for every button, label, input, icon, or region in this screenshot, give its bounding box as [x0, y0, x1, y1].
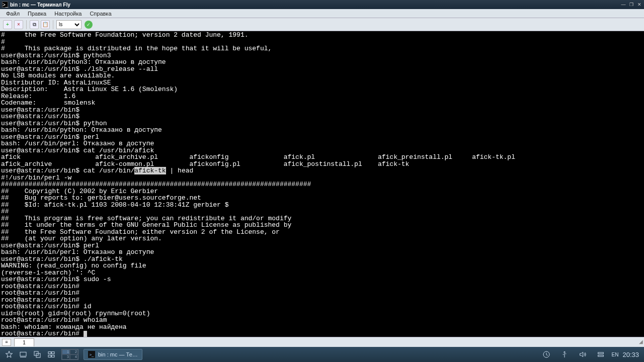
toolbar-separator [26, 20, 27, 29]
workspace-1[interactable]: 1 [62, 349, 70, 354]
taskbar-task-label: bin : mc — Те… [98, 351, 138, 357]
terminal-line: ## $Id: afick-tk.pl 1103 2008-04-10 12:3… [1, 202, 643, 209]
terminal-line: afick_archive afick-common.pl afickonfig… [1, 161, 643, 168]
menubar: Файл Правка Настройка Справка [0, 9, 644, 18]
workspace-2[interactable]: 2 [70, 349, 78, 354]
usb-icon[interactable] [559, 349, 570, 359]
terminal-line: bash: /usr/bin/python: Отказано в доступ… [1, 127, 643, 134]
terminal-line: user@astra:/usr/bin$ ./afick-tk [1, 256, 643, 263]
terminal-icon: >_ [88, 351, 95, 358]
terminal-line: bash: whoiam: команда не найдена [1, 324, 643, 331]
menu-edit[interactable]: Правка [24, 10, 50, 18]
new-connection-button[interactable]: + [3, 20, 12, 29]
menu-file[interactable]: Файл [2, 10, 24, 18]
terminal-line: Codename: smolensk [1, 100, 643, 107]
network-icon[interactable] [596, 349, 606, 359]
cursor [84, 331, 87, 337]
svg-rect-3 [48, 352, 51, 354]
window-switcher-button[interactable] [32, 349, 42, 359]
terminal-line: user@astra:/usr/bin$ cat /usr/bin/afick [1, 147, 643, 154]
terminal-tab-1[interactable]: 1 [14, 338, 34, 346]
terminal-line: bash: /usr/bin/perl: Отказано в доступе [1, 249, 643, 256]
terminal-line: ## Copyright (C) 2002 by Eric Gerbier [1, 188, 643, 195]
terminal-line: root@astra:/usr/bin# [1, 297, 643, 304]
system-tray: EN 20:33 [539, 349, 639, 359]
terminal-line: root@astra:/usr/bin# id [1, 303, 643, 310]
svg-rect-0 [20, 352, 26, 356]
maximize-button[interactable]: ❐ [629, 2, 634, 7]
paste-button[interactable]: 📋 [41, 20, 50, 29]
terminal-line: # This package is distributed in the hop… [1, 45, 643, 52]
svg-rect-9 [598, 355, 603, 356]
terminal-line: root@astra:/usr/bin# [1, 283, 643, 290]
file-manager-button[interactable] [46, 349, 56, 359]
window-title: bin : mc — Терминал Fly [10, 2, 621, 8]
terminal-line: ## Bug reports to: gerbier@users.sourcef… [1, 195, 643, 202]
close-button[interactable]: ✕ [637, 2, 642, 7]
disconnect-button[interactable]: × [14, 20, 23, 29]
terminal-line: # [1, 39, 643, 46]
minimize-button[interactable]: — [621, 2, 626, 7]
terminal-line: user@astra:/usr/bin$ cat /usr/bin/afick-… [1, 167, 643, 174]
copy-button[interactable]: ⧉ [30, 20, 39, 29]
toolbar: + × ⧉ 📋 ls ✓ [0, 18, 644, 31]
status-indicator-icon: ≡ [2, 339, 11, 346]
terminal-line: WARNING: (read_config) no config file [1, 262, 643, 269]
terminal-line: ########################################… [1, 181, 643, 188]
terminal-line: No LSB modules are available. [1, 72, 643, 79]
terminal-line: root@astra:/usr/bin# [1, 290, 643, 297]
terminal-line: ## This program is free software; you ca… [1, 215, 643, 222]
statusbar: ≡ 1 ◢ [0, 337, 644, 347]
terminal-line: ## [1, 208, 643, 215]
workspace-3[interactable]: 3 [62, 354, 70, 359]
terminal-line: user@astra:/usr/bin$ ./lsb_release --all [1, 66, 643, 73]
terminal-line: Description: Astra Linux SE 1.6 (Smolens… [1, 86, 643, 93]
terminal-line: user@astra:/usr/bin$ perl [1, 134, 643, 141]
volume-icon[interactable] [578, 349, 588, 359]
terminal-line: user@astra:/usr/bin$ [1, 107, 643, 114]
terminal-line: #!/usr/bin/perl -w [1, 174, 643, 182]
terminal-line: ## it under the terms of the GNU General… [1, 222, 643, 229]
terminal-line: bash: /usr/bin/python3: Отказано в досту… [1, 59, 643, 66]
terminal-line: ## the Free Software Foundation; either … [1, 229, 643, 236]
keyboard-layout-indicator[interactable]: EN [612, 352, 619, 357]
svg-rect-4 [52, 352, 54, 354]
terminal-line: user@astra:/usr/bin$ python [1, 120, 643, 127]
show-desktop-button[interactable] [18, 349, 28, 359]
resize-grip-icon: ◢ [636, 339, 643, 346]
terminal-output[interactable]: # the Free Software Foundation; version … [0, 31, 644, 337]
run-button[interactable]: ✓ [85, 21, 93, 29]
terminal-line: afick afick_archive.pl afickonfig afick.… [1, 154, 643, 161]
svg-rect-8 [598, 352, 603, 354]
updates-icon[interactable] [541, 349, 551, 359]
svg-rect-5 [48, 355, 51, 357]
terminal-line: bash: /usr/bin/perl: Отказано в доступе [1, 140, 643, 147]
terminal-line: Distributor ID: AstraLinuxSE [1, 79, 643, 86]
terminal-line: Release: 1.6 [1, 93, 643, 100]
terminal-line: user@astra:/usr/bin$ perl [1, 242, 643, 249]
highlighted-text: afick-tk [134, 167, 166, 174]
terminal-line: root@astra:/usr/bin# [1, 330, 643, 337]
workspace-pager[interactable]: 1 2 3 4 [61, 349, 78, 360]
workspace-4[interactable]: 4 [70, 354, 78, 359]
start-menu-button[interactable] [4, 349, 14, 359]
toolbar-separator [53, 20, 53, 29]
menu-settings[interactable]: Настройка [50, 10, 86, 18]
menu-help[interactable]: Справка [86, 10, 115, 18]
terminal-line: uid=0(root) gid=0(root) группы=0(root) [1, 310, 643, 317]
clock[interactable]: 20:33 [622, 351, 639, 358]
terminal-line: root@astra:/usr/bin# whoiam [1, 317, 643, 324]
svg-rect-6 [52, 355, 54, 357]
terminal-line: user@astra:/usr/bin$ python3 [1, 52, 643, 59]
taskbar-task-terminal[interactable]: >_ bin : mc — Те… [84, 349, 142, 360]
terminal-line: # the Free Software Foundation; version … [1, 32, 643, 39]
terminal-line: user@astra:/usr/bin$ sudo -s [1, 276, 643, 283]
terminal-line: ## (at your option) any later version. [1, 235, 643, 242]
window-icon: >_ [2, 2, 8, 8]
taskbar: 1 2 3 4 >_ bin : mc — Те… EN 20:33 [0, 347, 644, 362]
terminal-line: (reverse-i-search)`': ^C [1, 269, 643, 277]
terminal-line: user@astra:/usr/bin$ [1, 113, 643, 120]
command-select[interactable]: ls [56, 20, 82, 29]
window-titlebar: >_ bin : mc — Терминал Fly — ❐ ✕ [0, 0, 644, 9]
